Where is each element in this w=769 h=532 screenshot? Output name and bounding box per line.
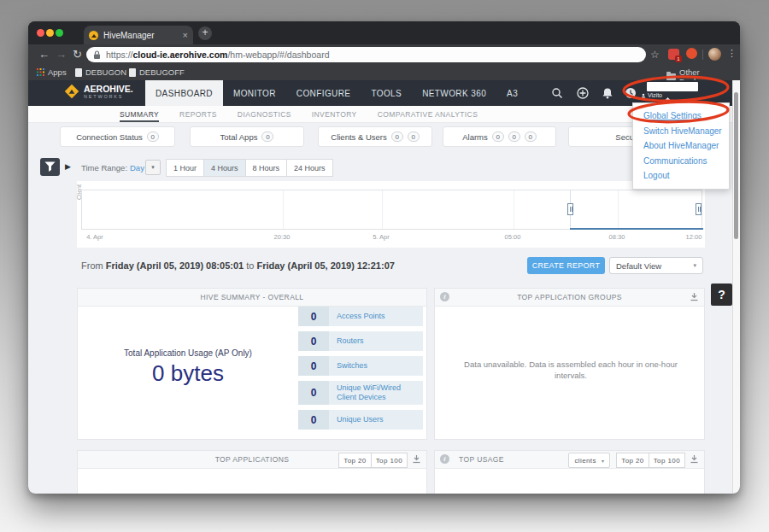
download-icon[interactable] — [412, 454, 421, 464]
download-icon[interactable] — [690, 292, 699, 301]
aerohive-logo[interactable]: AEROHIVE. NETWORKS — [64, 84, 133, 99]
subnav-summary[interactable]: SUMMARY — [120, 110, 159, 122]
clock-icon[interactable] — [625, 87, 637, 99]
menu-item-global-settings[interactable]: Global Settings — [643, 111, 729, 120]
help-button[interactable]: ? — [711, 284, 732, 306]
info-icon[interactable]: i — [440, 292, 449, 301]
row-link[interactable]: Routers — [329, 331, 423, 351]
count-badge: 0 — [408, 132, 420, 142]
apps-label: Apps — [48, 67, 67, 77]
nav-item-dashboard[interactable]: DASHBOARD — [145, 80, 223, 106]
usage-type-value: clients — [574, 457, 596, 465]
profile-avatar[interactable] — [708, 48, 721, 61]
menu-item-switch-hivemanager[interactable]: Switch HiveManager — [643, 126, 729, 136]
back-icon[interactable]: ← — [38, 48, 50, 61]
url-path: /hm-webapp/#/dashboard — [227, 50, 329, 60]
funnel-icon — [44, 161, 56, 172]
new-tab-button[interactable]: + — [198, 26, 212, 40]
window-close-button[interactable] — [37, 29, 44, 37]
subnav-diagnostics[interactable]: DIAGNOSTICS — [238, 110, 291, 122]
apps-shortcut[interactable]: Apps — [37, 67, 67, 77]
subnav-inventory[interactable]: INVENTORY — [312, 110, 357, 122]
selection-handle-right[interactable] — [696, 203, 701, 215]
subnav-comparative-analytics[interactable]: COMPARATIVE ANALYTICS — [378, 110, 478, 122]
reload-icon[interactable]: ↻ — [73, 48, 82, 61]
bookmark-item[interactable]: DEBUGON — [75, 67, 126, 77]
to-datetime: Friday (April 05, 2019) 12:21:07 — [256, 260, 394, 271]
download-icon[interactable] — [690, 454, 699, 464]
forward-icon[interactable]: → — [56, 48, 67, 61]
top-applications-panel: TOP APPLICATIONS Top 20 Top 100 — [77, 450, 427, 494]
nav-item-monitor[interactable]: MONITOR — [223, 80, 286, 106]
tab-close-icon[interactable]: × — [183, 31, 188, 39]
window-zoom-button[interactable] — [56, 29, 63, 37]
create-report-button[interactable]: CREATE REPORT — [527, 257, 605, 274]
x-tick: 5. Apr — [373, 233, 390, 241]
bookmark-item[interactable]: DEBUGOFF — [129, 67, 185, 77]
row-link[interactable]: Unique WiFi/Wired Client Devices — [329, 381, 423, 405]
date-range-summary: From Friday (April 05, 2019) 08:05:01 to… — [81, 260, 395, 271]
nav-item-configure[interactable]: CONFIGURE — [286, 80, 361, 106]
top100-button[interactable]: Top 100 — [649, 453, 685, 468]
extension-icon-2[interactable] — [686, 48, 697, 59]
row-access-points: 0 Access Points — [298, 307, 423, 326]
range-8-hours[interactable]: 8 Hours — [245, 159, 288, 177]
menu-item-logout[interactable]: Logout — [643, 171, 729, 180]
top20-button[interactable]: Top 20 — [616, 453, 649, 468]
range-1-hour[interactable]: 1 Hour — [166, 159, 204, 177]
nav-item-a3[interactable]: A3 — [496, 80, 528, 106]
browser-tab[interactable]: HiveManager × — [84, 26, 193, 44]
nav-item-network360[interactable]: NETWORK 360 — [412, 80, 496, 106]
gridline — [283, 190, 284, 229]
username-redaction-box — [647, 82, 698, 91]
top100-button[interactable]: Top 100 — [371, 453, 408, 468]
timeline-plot-area[interactable] — [81, 190, 702, 230]
menu-item-communications[interactable]: Communications — [643, 156, 729, 166]
time-range-value[interactable]: Day — [130, 163, 144, 172]
hive-summary-header: HIVE SUMMARY - OVERALL — [78, 289, 426, 307]
top20-button[interactable]: Top 20 — [338, 453, 371, 468]
filter-button[interactable] — [40, 158, 60, 176]
row-count: 0 — [298, 381, 329, 405]
x-tick: 20:30 — [274, 233, 291, 241]
row-link[interactable]: Switches — [329, 356, 423, 376]
expand-filter-icon[interactable]: ▶ — [65, 162, 71, 171]
bookmarks-bar: Apps DEBUGON DEBUGOFF Other Bookmarks — [28, 66, 740, 80]
card-clients-users[interactable]: Clients & Users 0 0 — [318, 126, 432, 147]
scrollbar-thumb[interactable] — [734, 92, 738, 239]
range-4-hours[interactable]: 4 Hours — [203, 159, 246, 177]
time-range-caret[interactable]: ▾ — [145, 160, 161, 175]
usage-label: Total Application Usage (AP Only) — [78, 348, 298, 358]
view-select[interactable]: Default View ▾ — [609, 257, 703, 274]
search-icon[interactable] — [551, 87, 563, 99]
panel-title: HIVE SUMMARY - OVERALL — [201, 293, 304, 301]
time-range-label: Time Range: — [81, 163, 127, 172]
selection-handle-left[interactable] — [567, 203, 573, 215]
top-usage-panel: i TOP USAGE clients ▾ Top 20 Top 100 — [434, 450, 705, 494]
add-icon[interactable] — [577, 87, 589, 99]
extension-icon[interactable]: 1 — [668, 49, 679, 60]
row-link[interactable]: Access Points — [329, 307, 423, 326]
panel-title: TOP APPLICATION GROUPS — [517, 293, 622, 301]
bell-icon[interactable] — [602, 87, 613, 99]
card-connection-status[interactable]: Connection Status 0 — [60, 126, 175, 147]
url-bar[interactable]: https://cloud-ie.aerohive.com/hm-webapp/… — [86, 47, 646, 62]
nav-menu: DASHBOARD MONITOR CONFIGURE TOOLS NETWOR… — [145, 80, 528, 106]
range-24-hours[interactable]: 24 Hours — [286, 159, 333, 177]
card-total-apps[interactable]: Total Apps 0 — [190, 126, 304, 147]
chrome-menu-icon[interactable]: ⋮ — [727, 48, 737, 59]
bookmark-star-icon[interactable]: ☆ — [650, 49, 660, 61]
usage-type-select[interactable]: clients ▾ — [568, 453, 610, 468]
subnav-reports[interactable]: REPORTS — [179, 110, 217, 122]
info-icon[interactable]: i — [440, 454, 449, 464]
row-unique-users: 0 Unique Users — [298, 410, 423, 430]
view-select-value: Default View — [616, 261, 661, 271]
window-minimize-button[interactable] — [46, 29, 54, 37]
nav-item-tools[interactable]: TOOLS — [361, 80, 412, 106]
selection-underline — [570, 228, 703, 230]
card-alarms[interactable]: Alarms 0 0 0 — [443, 126, 556, 147]
row-link[interactable]: Unique Users — [329, 410, 423, 430]
page-scrollbar[interactable] — [732, 80, 740, 494]
app-navbar: AEROHIVE. NETWORKS DASHBOARD MONITOR CON… — [28, 80, 733, 106]
menu-item-about-hivemanager[interactable]: About HiveManager — [643, 141, 729, 150]
